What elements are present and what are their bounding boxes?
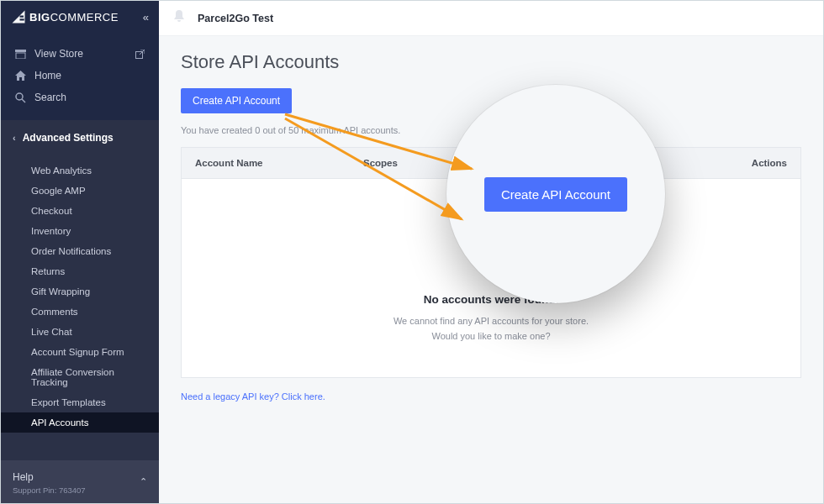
breadcrumb[interactable]: ‹ Advanced Settings (1, 120, 159, 155)
svg-line-4 (22, 99, 25, 102)
nav-search[interactable]: Search (1, 87, 159, 108)
help-block: Help Support Pin: 763407 (13, 469, 86, 495)
external-link-icon (134, 48, 145, 60)
zoom-create-api-account-button[interactable]: Create API Account (484, 177, 627, 212)
logo: BIGCOMMERCE (11, 9, 119, 24)
subnav-item-order-notifications[interactable]: Order Notifications (1, 241, 159, 261)
empty-title: No accounts were found. (198, 293, 784, 306)
subnav-item-export-templates[interactable]: Export Templates (1, 392, 159, 412)
subnav-item-web-analytics[interactable]: Web Analytics (1, 160, 159, 181)
nav-label: Home (34, 70, 61, 81)
nav-view-store[interactable]: View Store (1, 43, 159, 65)
nav-label: Search (34, 92, 66, 103)
chevron-left-icon: ‹ (13, 133, 16, 143)
subnav-item-api-accounts[interactable]: API Accounts (1, 412, 159, 433)
bell-icon[interactable] (172, 9, 186, 27)
home-icon (14, 70, 26, 81)
sidebar: BIGCOMMERCE « View Store Home (1, 1, 159, 503)
svg-rect-0 (15, 50, 26, 52)
breadcrumb-label: Advanced Settings (23, 132, 114, 144)
subnav-item-affiliate-tracking[interactable]: Affiliate Conversion Tracking (1, 362, 159, 392)
chevron-up-icon: ⌃ (140, 476, 147, 487)
nav-label: View Store (34, 48, 83, 60)
search-icon (14, 92, 26, 103)
nav-upper: View Store Home Search (1, 36, 159, 120)
page-title: Store API Accounts (181, 51, 801, 73)
store-name: Parcel2Go Test (198, 13, 273, 24)
col-account-name: Account Name (182, 148, 350, 178)
svg-rect-1 (16, 53, 25, 59)
subnav-item-returns[interactable]: Returns (1, 261, 159, 281)
chevron-left-double-icon: « (143, 11, 149, 24)
sidebar-top: BIGCOMMERCE « View Store Home (1, 1, 159, 120)
help-label: Help (13, 471, 34, 483)
subnav-item-account-signup-form[interactable]: Account Signup Form (1, 342, 159, 362)
create-api-account-button[interactable]: Create API Account (181, 88, 292, 113)
subnav: Web Analytics Google AMP Checkout Invent… (1, 155, 159, 460)
logo-icon (11, 9, 26, 24)
sidebar-header: BIGCOMMERCE « (1, 1, 159, 36)
store-icon (14, 48, 26, 60)
logo-text: BIGCOMMERCE (29, 11, 119, 24)
nav-home[interactable]: Home (1, 65, 159, 87)
subnav-item-comments[interactable]: Comments (1, 302, 159, 322)
subnav-item-google-amp[interactable]: Google AMP (1, 181, 159, 201)
svg-point-3 (16, 93, 23, 100)
empty-text: We cannot find any API accounts for your… (198, 314, 784, 344)
support-pin: Support Pin: 763407 (13, 486, 86, 495)
sidebar-collapse-button[interactable]: « (143, 11, 149, 24)
topbar: Parcel2Go Test (159, 1, 823, 35)
zoom-callout: Create API Account (446, 85, 665, 303)
subnav-item-gift-wrapping[interactable]: Gift Wrapping (1, 281, 159, 302)
sidebar-footer[interactable]: Help Support Pin: 763407 ⌃ (1, 460, 159, 503)
col-actions: Actions (700, 148, 800, 178)
subnav-item-live-chat[interactable]: Live Chat (1, 322, 159, 342)
subnav-item-checkout[interactable]: Checkout (1, 201, 159, 221)
legacy-api-link[interactable]: Need a legacy API key? Click here. (181, 391, 325, 402)
subnav-item-inventory[interactable]: Inventory (1, 221, 159, 241)
